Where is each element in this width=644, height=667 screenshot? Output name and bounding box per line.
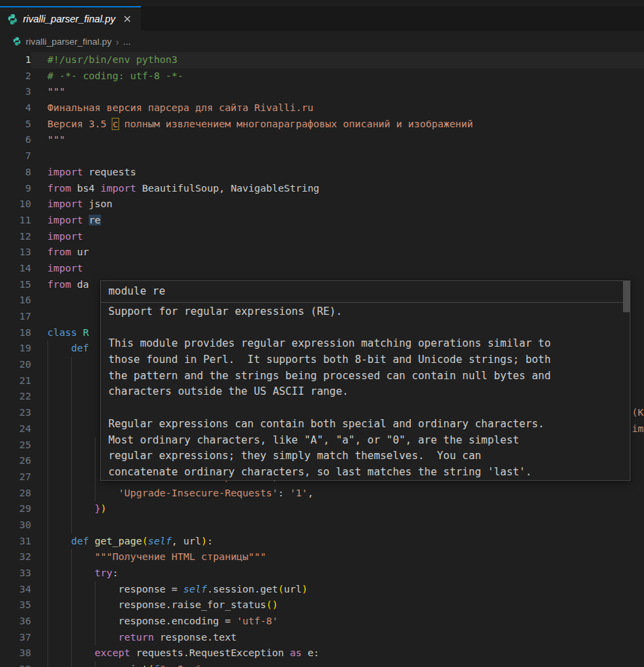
indent-guide bbox=[47, 565, 48, 582]
code-token: get_page bbox=[95, 536, 142, 546]
code-token bbox=[47, 664, 119, 667]
python-icon bbox=[12, 37, 22, 46]
indent-guide bbox=[95, 486, 95, 502]
code-line[interactable]: except requests.RequestException as e: bbox=[31, 645, 644, 662]
indent-guide bbox=[71, 501, 72, 517]
indent-guide bbox=[47, 437, 48, 454]
indent-guide bbox=[47, 614, 48, 630]
editor-row-30: 30 bbox=[0, 517, 644, 534]
code-line[interactable]: import bbox=[31, 229, 644, 245]
line-number: 35 bbox=[0, 597, 31, 614]
code-token: url bbox=[284, 584, 301, 595]
hover-text-line: the pattern and the strings being proces… bbox=[108, 368, 622, 385]
code-line[interactable]: import requests bbox=[31, 165, 644, 181]
editor-row-28: 28 'Upgrade-Insecure-Requests': '1', bbox=[0, 486, 644, 502]
tab-label: rivalli_parser_final.py bbox=[23, 14, 116, 24]
code-line[interactable]: return response.text bbox=[31, 630, 644, 646]
code-line[interactable] bbox=[31, 148, 644, 165]
python-icon bbox=[7, 14, 18, 25]
code-line[interactable]: 'Upgrade-Insecure-Requests': '1', bbox=[31, 486, 644, 502]
code-token: " bbox=[160, 664, 166, 667]
code-token: R bbox=[83, 327, 89, 338]
line-number: 13 bbox=[0, 244, 31, 261]
code-line[interactable]: from ur bbox=[31, 244, 644, 261]
code-line[interactable]: import re bbox=[31, 213, 644, 229]
line-number: 4 bbox=[0, 100, 31, 116]
code-token: requests bbox=[83, 167, 136, 177]
code-token bbox=[89, 536, 95, 546]
code-line[interactable]: try: bbox=[31, 565, 644, 582]
code-line[interactable]: response.raise_for_status() bbox=[31, 597, 644, 614]
code-line[interactable]: def get_page(self, url): bbox=[31, 534, 644, 550]
code-token: try bbox=[95, 567, 112, 578]
close-icon[interactable] bbox=[121, 12, 134, 26]
indent-guide bbox=[71, 357, 72, 373]
indent-guide bbox=[71, 437, 72, 454]
hover-text-line: regular expressions; they simply match t… bbox=[108, 448, 622, 465]
code-token: except bbox=[95, 647, 130, 658]
code-token: : bbox=[278, 488, 289, 498]
hover-tooltip: module re Support for regular expression… bbox=[100, 280, 630, 481]
code-token: import bbox=[101, 183, 136, 194]
tooltip-scrollbar-thumb[interactable] bbox=[623, 281, 630, 312]
line-number: 24 bbox=[0, 421, 31, 437]
code-token: : bbox=[207, 536, 213, 546]
code-line[interactable]: import bbox=[31, 261, 644, 277]
code-editor[interactable]: 1#!/usr/bin/env python32# -*- coding: ut… bbox=[0, 52, 644, 667]
code-line[interactable]: response = self.session.get(url) bbox=[31, 582, 644, 598]
code-token bbox=[83, 215, 89, 225]
line-number: 14 bbox=[0, 261, 31, 277]
tab-rivalli-parser-final[interactable]: rivalli_parser_final.py bbox=[0, 6, 141, 30]
code-token: ur bbox=[71, 246, 89, 257]
code-token: с bbox=[112, 119, 119, 129]
code-token: import bbox=[47, 198, 83, 209]
breadcrumb-file[interactable]: rivalli_parser_final.py bbox=[26, 37, 112, 47]
code-line[interactable]: response.encoding = 'utf-8' bbox=[31, 614, 644, 630]
code-line[interactable] bbox=[31, 517, 644, 534]
code-token: import bbox=[47, 231, 83, 242]
code-line[interactable]: import json bbox=[31, 196, 644, 213]
code-line[interactable]: # -*- coding: utf-8 -*- bbox=[31, 68, 644, 85]
indent-guide bbox=[95, 614, 95, 630]
code-line[interactable]: """ bbox=[31, 132, 644, 148]
indent-guide bbox=[47, 453, 48, 469]
code-line[interactable]: #!/usr/bin/env python3 bbox=[31, 52, 644, 68]
editor-row-8: 8import requests bbox=[0, 165, 644, 181]
code-line[interactable]: """ bbox=[31, 84, 644, 100]
indent-guide bbox=[71, 517, 72, 534]
line-number: 16 bbox=[0, 293, 31, 309]
indent-guide bbox=[71, 662, 72, 667]
hover-title: module re bbox=[101, 281, 630, 303]
editor-row-33: 33 try: bbox=[0, 565, 644, 582]
code-line[interactable]: }) bbox=[31, 501, 644, 517]
breadcrumb-ellipsis[interactable]: ... bbox=[123, 37, 131, 47]
code-token: requests.RequestException bbox=[130, 647, 290, 658]
code-token: Финальная версия парсера для сайта Rival… bbox=[47, 102, 314, 113]
editor-row-4: 4Финальная версия парсера для сайта Riva… bbox=[0, 100, 644, 116]
code-token: return bbox=[119, 632, 154, 643]
code-line[interactable]: Версия 3.5 с полным извлечением многопар… bbox=[31, 116, 644, 133]
code-token: .session.get bbox=[207, 584, 278, 595]
indent-guide bbox=[71, 582, 72, 598]
code-line[interactable]: print(f"× Ошибка bbox=[31, 662, 644, 667]
code-line[interactable]: """Получение HTML страницы""" bbox=[31, 549, 644, 565]
code-token: #!/usr/bin/env python3 bbox=[47, 54, 177, 65]
code-line[interactable]: from bs4 import BeautifulSoup, Navigable… bbox=[31, 181, 644, 197]
editor-row-39: 39 print(f"× Ошибка bbox=[0, 662, 644, 667]
code-line[interactable]: Финальная версия парсера для сайта Rival… bbox=[31, 100, 644, 116]
code-token: import bbox=[47, 167, 83, 177]
code-token: def bbox=[71, 536, 89, 546]
code-token bbox=[47, 488, 119, 498]
indent-guide bbox=[71, 453, 72, 469]
indent-guide bbox=[71, 405, 72, 421]
editor-row-35: 35 response.raise_for_status() bbox=[0, 597, 644, 614]
indent-guide bbox=[47, 517, 48, 534]
line-number: 6 bbox=[0, 132, 31, 148]
code-token: re bbox=[89, 215, 100, 225]
line-number: 2 bbox=[0, 68, 31, 85]
editor-row-38: 38 except requests.RequestException as e… bbox=[0, 645, 644, 662]
line-number: 34 bbox=[0, 582, 31, 598]
indent-guide bbox=[47, 341, 48, 357]
line-number: 12 bbox=[0, 229, 31, 245]
editor-row-34: 34 response = self.session.get(url) bbox=[0, 582, 644, 598]
